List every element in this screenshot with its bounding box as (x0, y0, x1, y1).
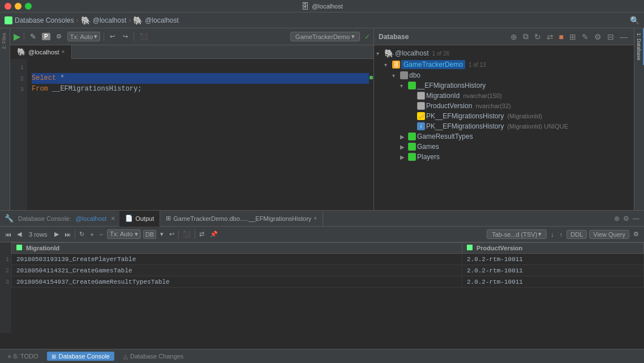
breadcrumb-item-2[interactable]: @localhost (93, 16, 127, 24)
bt-first-icon[interactable]: ⏮ (3, 230, 13, 239)
settings-gear-icon[interactable]: ⊕ (614, 215, 620, 223)
tree-item-col-product[interactable]: ▾ ProductVersion nvarchar(32) (374, 101, 634, 111)
db-filter-icon[interactable]: ⊟ (606, 31, 616, 42)
table-row[interactable]: 20180503193139_CreatePlayerTable 2.0.2-r… (12, 254, 644, 265)
bt-add-row-icon[interactable]: + (88, 230, 95, 239)
pk-idx-label: PK__EFMigrationsHistory (426, 122, 504, 130)
table-tab-close[interactable]: × (314, 215, 317, 221)
sidebar-item-files[interactable]: 2: Files (0, 28, 10, 54)
tree-item-table-games[interactable]: ▶ Games (374, 142, 634, 152)
settings-minus-icon[interactable]: — (633, 215, 639, 223)
view-query-button[interactable]: View Query (589, 230, 629, 239)
code-content[interactable]: Select * From __EFMigrationsHistory; (27, 59, 373, 210)
tree-item-table-ef[interactable]: ▾ __EFMigrationsHistory (374, 80, 634, 91)
output-label: Output (135, 215, 154, 222)
tab-output[interactable]: 📄 Output (119, 211, 160, 227)
db-add-icon[interactable]: ⊕ (509, 31, 519, 42)
db-more-icon[interactable]: — (618, 31, 629, 42)
db-table-icon[interactable]: ⊞ (568, 31, 578, 42)
tab-db-console[interactable]: ⊞ Database Console (47, 352, 114, 361)
tree-item-pk-idx[interactable]: ▾ i PK__EFMigrationsHistory (MigrationId… (374, 121, 634, 131)
tab-close-icon[interactable]: × (62, 49, 65, 55)
db-changes-icon: △ (123, 353, 128, 360)
db-sync-icon[interactable]: ⇄ (545, 31, 555, 42)
bt-pin-icon[interactable]: 📌 (208, 229, 220, 239)
breadcrumb-search-icon[interactable]: 🔍 (630, 16, 639, 25)
code-star: * (56, 74, 64, 82)
right-panel-item-db[interactable]: 1: Database (634, 28, 644, 65)
ddl-label: DDL (570, 231, 583, 238)
tree-item-table-players[interactable]: ▶ Players (374, 152, 634, 162)
breadcrumb-item-3[interactable]: @localhost (145, 16, 179, 24)
tx-auto-dropdown[interactable]: Tx: Auto ▾ (107, 229, 140, 239)
bt-prev-icon[interactable]: ◀ (15, 229, 23, 239)
bt-next-icon[interactable]: ▶ (53, 229, 61, 239)
bt-move-icon[interactable]: ⇄ (198, 229, 206, 239)
bt-undo-icon[interactable]: ↩ (168, 229, 176, 239)
console-name-close[interactable]: × (111, 215, 115, 223)
bt-settings-icon[interactable]: ⚙ (632, 229, 641, 239)
edit-button[interactable]: ✎ (28, 31, 38, 42)
db-refresh-icon[interactable]: ↻ (533, 31, 543, 42)
table-ef-label: __EFMigrationsHistory (417, 82, 486, 89)
cell-productversion-1: 2.0.2-rtm-10011 (462, 254, 643, 265)
tx-dropdown[interactable]: Tx: Auto ▾ (67, 32, 100, 41)
col-header-productversion[interactable]: ProductVersion (462, 243, 643, 254)
close-button[interactable] (5, 3, 11, 10)
expand-arrow-schema: ▾ (392, 72, 399, 79)
tree-item-col-migration[interactable]: ▾ MigrationId nvarchar(150) (374, 91, 634, 101)
host-label: @localhost (395, 49, 429, 57)
bt-down-icon[interactable]: ▾ (158, 229, 165, 239)
table-row[interactable]: 20180504154937_CreateGameResultTypesTabl… (12, 276, 644, 288)
table-row[interactable]: 20180504114321_CreateGamesTable 2.0.2-rt… (12, 265, 644, 276)
maximize-button[interactable] (25, 3, 32, 10)
settings-button[interactable]: ⚙ (54, 32, 64, 41)
editor-tabs: 🐘 @localhost × (10, 45, 373, 59)
tab-db-changes[interactable]: △ Database Changes (119, 352, 188, 361)
tsv-dropdown[interactable]: Tab-se...d (TSV) ▾ (487, 229, 547, 239)
tab-table-result[interactable]: ⊞ GameTrackerDemo.dbo.....__EFMigrations… (160, 211, 323, 227)
db-settings-icon[interactable]: ⚙ (593, 31, 603, 42)
players-arrow: ▶ (400, 154, 407, 160)
db-selector-dropdown[interactable]: GameTrackerDemo ▾ (290, 32, 360, 41)
db-stop-icon[interactable]: ■ (557, 31, 565, 42)
breadcrumb-sep-2: › (128, 16, 131, 24)
col-migration-label: MigrationId (426, 92, 460, 100)
ddl-button[interactable]: DDL (566, 230, 587, 239)
bt-last-icon[interactable]: ⏭ (63, 230, 72, 239)
chevron-down-icon: ▾ (94, 33, 97, 40)
pk-key-label: PK__EFMigrationsHistory (426, 112, 504, 120)
tree-item-table-grt[interactable]: ▶ GameResultTypes (374, 131, 634, 142)
db-edit-icon[interactable]: ✎ (580, 31, 590, 42)
stop-button[interactable]: ⬛ (138, 32, 150, 41)
tab-localhost[interactable]: 🐘 @localhost × (10, 45, 72, 59)
breadcrumb-item-1[interactable]: Database Consoles (15, 16, 74, 24)
games-arrow: ▶ (400, 144, 407, 150)
code-line-3: From __EFMigrationsHistory; (32, 84, 369, 95)
code-line-1 (32, 62, 369, 73)
play-button[interactable]: ▶ (14, 31, 20, 42)
db-copy-icon[interactable]: ⧉ (521, 31, 530, 42)
col-header-migrationid[interactable]: MigrationId (12, 243, 462, 254)
bt-db-icon[interactable]: DB (143, 230, 156, 239)
console-name[interactable]: @localhost (76, 215, 107, 222)
bt-refresh-icon[interactable]: ↻ (78, 229, 86, 239)
minimize-button[interactable] (15, 3, 22, 10)
tree-item-pk-key[interactable]: ▾ 🔑 PK__EFMigrationsHistory (MigrationId… (374, 111, 634, 121)
tab-todo[interactable]: ≡ 6: TODO (3, 352, 42, 361)
row-num-1: 1 (0, 254, 11, 265)
code-editor[interactable]: 1 2 3 Select * From __EFMigrationsHistor… (10, 59, 373, 210)
scroll-indicator (369, 59, 373, 210)
redo-button[interactable]: ↪ (121, 32, 130, 41)
bt-upload-icon[interactable]: ↑ (558, 230, 565, 239)
db-panel-title: Database (379, 33, 506, 41)
p-button[interactable]: P (42, 33, 50, 40)
bt-stop-icon[interactable]: ⬛ (181, 229, 192, 239)
tree-item-host[interactable]: ▾ 🐘 @localhost 1 of 26 (374, 48, 634, 59)
bt-del-row-icon[interactable]: − (98, 230, 105, 239)
tree-item-schema[interactable]: ▾ dbo (374, 70, 634, 80)
tree-item-db[interactable]: ▾ 🗄 GameTrackerDemo 1 of 13 (374, 59, 634, 70)
bt-download-icon[interactable]: ↓ (549, 230, 556, 239)
undo-button[interactable]: ↩ (108, 32, 117, 41)
settings-adjust-icon[interactable]: ⚙ (623, 215, 629, 223)
